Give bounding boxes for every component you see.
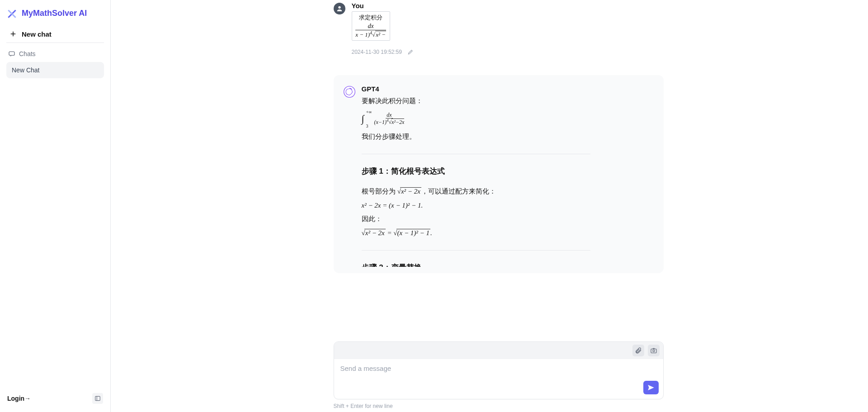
brand[interactable]: MyMathSolver AI: [6, 5, 104, 25]
svg-point-2: [338, 6, 340, 9]
brand-logo-icon: [6, 7, 18, 19]
user-uploaded-image[interactable]: 求定积分 dx x − 1)4√x² −: [352, 11, 390, 41]
paperclip-icon: [635, 347, 642, 354]
svg-rect-1: [95, 396, 100, 400]
brand-name: MyMathSolver AI: [22, 9, 87, 18]
message-timestamp: 2024-11-30 19:52:59: [352, 49, 402, 55]
user-avatar-icon: [334, 3, 345, 14]
divider: [362, 154, 590, 154]
svg-rect-0: [9, 52, 14, 55]
composer-toolbar: [334, 342, 663, 359]
user-message: You 求定积分 dx x − 1)4√x² − 2024-11-30 19:5…: [334, 0, 664, 57]
svg-rect-4: [651, 349, 656, 353]
new-chat-button[interactable]: New chat: [6, 25, 104, 43]
bot-avatar: [344, 86, 355, 98]
bot-name: GPT4: [362, 85, 654, 93]
send-icon: [647, 384, 655, 392]
svg-point-5: [653, 350, 655, 352]
camera-button[interactable]: [648, 345, 660, 356]
attach-file-button[interactable]: [632, 345, 644, 356]
sidebar: MyMathSolver AI New chat Chats New Chat …: [0, 0, 111, 412]
chat-item-label: New Chat: [12, 66, 39, 74]
sidebar-chat-item[interactable]: New Chat: [6, 62, 104, 78]
openai-icon: [344, 86, 355, 98]
panel-icon: [94, 395, 101, 402]
new-chat-label: New chat: [22, 30, 52, 38]
login-link[interactable]: Login→: [7, 395, 31, 402]
edit-icon[interactable]: [407, 49, 414, 55]
message-composer: [334, 341, 664, 399]
svg-point-3: [344, 86, 355, 98]
composer-hint: Shift + Enter for new line: [334, 403, 664, 409]
bot-message: GPT4 要解决此积分问题： ∫+∞3 dx (x−1)4√x²−2x: [334, 75, 664, 273]
step-1-heading: 步骤 1：简化根号表达式: [362, 164, 590, 179]
camera-icon: [650, 347, 657, 354]
chat-bubble-icon: [8, 50, 15, 57]
bot-response: 要解决此积分问题： ∫+∞3 dx (x−1)4√x²−2x 我们分步骤处理。: [362, 95, 654, 267]
send-button[interactable]: [643, 381, 659, 394]
message-input[interactable]: [340, 365, 657, 392]
collapse-sidebar-button[interactable]: [92, 393, 103, 404]
main-area: You 求定积分 dx x − 1)4√x² − 2024-11-30 19:5…: [111, 0, 868, 412]
user-name: You: [352, 2, 664, 9]
divider: [362, 250, 590, 251]
chats-label: Chats: [19, 50, 36, 57]
plus-icon: [9, 30, 17, 38]
integral-expression: ∫+∞3 dx (x−1)4√x²−2x: [362, 109, 590, 128]
step-2-heading: 步骤 2：变量替换: [362, 260, 590, 267]
chats-section-header: Chats: [6, 48, 104, 62]
